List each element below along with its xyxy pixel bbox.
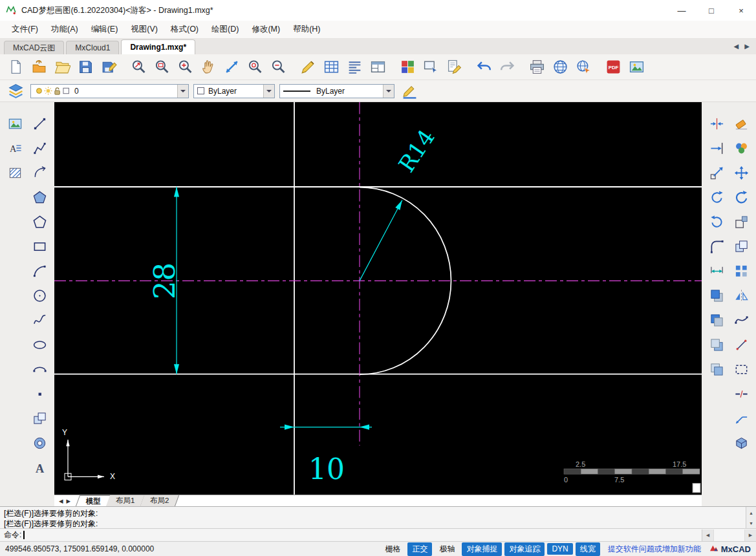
maximize-button[interactable]: □ <box>697 0 726 21</box>
draw-color-icon[interactable] <box>296 56 319 78</box>
polygon-solid-icon[interactable] <box>30 187 49 207</box>
viewport-icon[interactable] <box>366 56 389 78</box>
raster-image-icon[interactable] <box>5 114 25 133</box>
dropdown-arrow-icon[interactable] <box>177 85 188 98</box>
status-toggle[interactable]: 线宽 <box>576 542 600 556</box>
command-history[interactable]: [栏选(F)]选择要修剪的对象:[栏选(F)]选择要修剪的对象: ▲ ▼ <box>0 507 756 529</box>
ellipse-arc-icon[interactable] <box>30 359 49 379</box>
status-toggle[interactable]: 正交 <box>407 542 432 556</box>
web-publish-icon[interactable] <box>572 56 595 78</box>
command-input-row[interactable]: 命令: ◀ ▶ <box>0 529 756 541</box>
move-icon[interactable] <box>731 163 751 182</box>
break-icon[interactable] <box>731 384 751 403</box>
save-icon[interactable] <box>74 56 97 78</box>
draw-order-front-icon[interactable] <box>707 286 726 305</box>
rotate-ccw-icon[interactable] <box>707 187 726 207</box>
menu-item[interactable]: 文件(F) <box>5 21 45 38</box>
rotate-cw-icon[interactable] <box>707 212 726 231</box>
mirror-icon[interactable] <box>731 286 751 305</box>
command-prompt[interactable]: 命令: <box>4 529 21 540</box>
sheet-tab[interactable]: 布局1 <box>106 495 146 506</box>
line-icon[interactable] <box>30 114 49 133</box>
status-toggle[interactable]: DYN <box>547 543 572 555</box>
zoom-window-icon[interactable] <box>150 56 173 78</box>
sheet-scroll-right-icon[interactable]: ▶ <box>67 498 71 504</box>
color-select[interactable]: ByLayer <box>193 84 275 98</box>
polyline-icon[interactable] <box>30 138 49 158</box>
scroll-right-icon[interactable]: ▶ <box>745 529 756 541</box>
image-export-icon[interactable] <box>625 56 648 78</box>
menu-item[interactable]: 编辑(E) <box>85 21 125 38</box>
palette-icon[interactable] <box>396 56 419 78</box>
open-file-icon[interactable] <box>50 56 74 78</box>
dim-style-icon[interactable] <box>707 261 726 281</box>
rectangle-icon[interactable] <box>30 237 49 256</box>
status-toggle[interactable]: 对象捕捉 <box>462 542 502 556</box>
measure-icon[interactable] <box>731 335 751 354</box>
document-tab[interactable]: MxCAD云图 <box>4 41 64 54</box>
menu-item[interactable]: 视图(V) <box>124 21 164 38</box>
zoom-in-icon[interactable] <box>173 56 197 78</box>
text-format-icon[interactable] <box>343 56 366 78</box>
zoom-extents-icon[interactable] <box>127 56 150 78</box>
spline-icon[interactable] <box>30 310 49 330</box>
draw-order-back-icon[interactable] <box>707 310 726 330</box>
zoom-out-icon[interactable] <box>266 56 290 78</box>
donut-icon[interactable] <box>30 433 49 453</box>
stretch-icon[interactable] <box>731 212 751 231</box>
properties-icon[interactable] <box>731 138 751 158</box>
tab-scroll-right-icon[interactable]: ▶ <box>744 43 750 50</box>
sheet-tab[interactable]: 布局2 <box>140 495 179 506</box>
box-3d-icon[interactable] <box>731 433 751 453</box>
save-as-icon[interactable] <box>97 56 120 78</box>
point-icon[interactable] <box>30 384 49 403</box>
layer-select[interactable]: 0 <box>30 84 189 98</box>
boundary-icon[interactable] <box>731 359 751 379</box>
status-toggle[interactable]: 栅格 <box>380 542 405 556</box>
minimize-button[interactable]: — <box>667 0 697 21</box>
scale-icon[interactable] <box>707 163 726 182</box>
erase-icon[interactable] <box>731 114 751 133</box>
zoom-previous-icon[interactable] <box>243 56 266 78</box>
array-icon[interactable] <box>731 261 751 281</box>
menu-item[interactable]: 绘图(D) <box>205 21 245 38</box>
document-tab[interactable]: MxCloud1 <box>66 41 119 54</box>
menu-item[interactable]: 功能(A) <box>45 21 85 38</box>
linetype-select[interactable]: ByLayer <box>279 84 394 98</box>
redo-icon[interactable] <box>495 56 519 78</box>
polygon-icon[interactable] <box>30 212 49 231</box>
tab-scroll-left-icon[interactable]: ◀ <box>734 43 739 50</box>
dropdown-arrow-icon[interactable] <box>263 85 274 98</box>
menu-item[interactable]: 格式(O) <box>164 21 205 38</box>
web-icon[interactable] <box>548 56 572 78</box>
new-file-icon[interactable] <box>4 56 27 78</box>
linetype-edit-icon[interactable] <box>399 80 420 102</box>
ellipse-icon[interactable] <box>30 335 49 354</box>
status-toggle[interactable]: 对象追踪 <box>504 542 545 556</box>
export-icon[interactable] <box>419 56 442 78</box>
command-hscrollbar[interactable]: ◀ ▶ <box>702 529 756 541</box>
rotate-icon[interactable] <box>731 187 751 207</box>
print-icon[interactable] <box>525 56 548 78</box>
extend-icon[interactable] <box>707 138 726 158</box>
draw-order-under-icon[interactable] <box>707 359 726 379</box>
text-style-icon[interactable]: A <box>5 138 25 158</box>
open-cloud-icon[interactable] <box>27 56 50 78</box>
copy-icon[interactable] <box>731 237 751 256</box>
layers-icon[interactable] <box>5 80 26 102</box>
close-button[interactable]: × <box>726 0 756 21</box>
pan-icon[interactable] <box>197 56 220 78</box>
trim-icon[interactable] <box>707 114 726 133</box>
fillet-icon[interactable] <box>707 237 726 256</box>
pdf-export-icon[interactable]: PDF <box>601 56 625 78</box>
undo-icon[interactable] <box>472 56 495 78</box>
hatch-icon[interactable] <box>5 163 25 182</box>
scroll-left-icon[interactable]: ◀ <box>702 529 713 541</box>
circle-icon[interactable] <box>30 286 49 305</box>
document-tab[interactable]: Drawing1.mxg* <box>121 39 195 54</box>
insert-block-icon[interactable] <box>30 409 49 428</box>
edit-settings-icon[interactable] <box>442 56 466 78</box>
text-icon[interactable]: A <box>30 458 49 477</box>
feedback-link[interactable]: 提交软件问题或增加新功能 <box>608 544 701 555</box>
command-scrollbar[interactable]: ▲ ▼ <box>746 507 756 528</box>
